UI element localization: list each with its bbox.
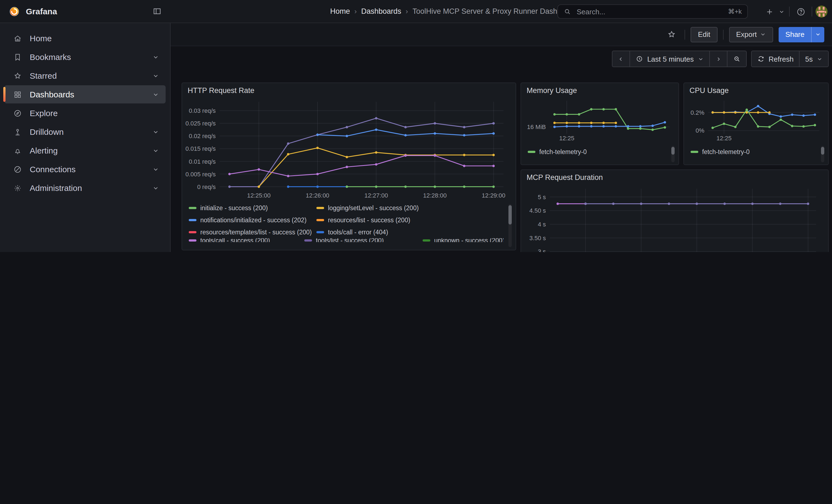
export-label: Export — [736, 30, 757, 38]
chevron-down-icon[interactable] — [152, 72, 159, 79]
breadcrumb-item[interactable]: Home — [330, 7, 350, 16]
legend-item[interactable]: unknown - success (200) — [423, 238, 503, 242]
share-button[interactable]: Share — [779, 27, 811, 42]
svg-text:0 req/s: 0 req/s — [197, 184, 216, 190]
breadcrumb-separator: › — [354, 7, 357, 16]
legend-label: resources/templates/list - success (200) — [200, 229, 312, 236]
chevron-down-icon[interactable] — [152, 129, 159, 135]
user-avatar[interactable] — [815, 5, 828, 18]
memory-usage-chart[interactable]: 16 MiB12:25 — [523, 97, 674, 142]
zoom-out-icon — [733, 55, 740, 63]
sidebar-item-label: Administration — [30, 183, 152, 192]
dock-menu-icon[interactable] — [149, 4, 164, 19]
search-shortcut: ⌘+k — [728, 8, 742, 16]
svg-text:0.015 req/s: 0.015 req/s — [185, 145, 216, 152]
legend-item[interactable]: logging/setLevel - success (200) — [316, 205, 419, 211]
legend-item[interactable]: tools/call - success (200) — [189, 238, 304, 242]
legend-item[interactable]: tools/call - error (404) — [316, 229, 388, 236]
chevron-down-icon[interactable] — [152, 54, 159, 60]
panel-title[interactable]: HTTP Request Rate — [188, 86, 255, 95]
legend-swatch — [189, 239, 197, 241]
svg-text:0.01 req/s: 0.01 req/s — [189, 158, 216, 165]
legend-label: resources/list - success (200) — [328, 217, 410, 223]
sidebar-item-starred[interactable]: Starred — [4, 67, 166, 85]
svg-text:4.50 s: 4.50 s — [529, 207, 546, 214]
chevron-down-icon[interactable] — [152, 147, 159, 154]
breadcrumb-separator: › — [406, 7, 408, 16]
legend-item[interactable]: resources/templates/list - success (200) — [189, 229, 316, 236]
legend-swatch — [189, 219, 197, 221]
chevron-left-icon — [618, 56, 624, 62]
legend-item[interactable]: initialize - success (200) — [189, 205, 316, 211]
refresh-interval-picker[interactable]: 5s — [800, 51, 829, 67]
sidebar-item-home[interactable]: Home — [4, 29, 166, 47]
breadcrumb-item[interactable]: Dashboards — [361, 7, 401, 16]
zoom-out-button[interactable] — [727, 51, 747, 67]
http-request-rate-chart[interactable]: 0.03 req/s0.025 req/s0.02 req/s0.015 req… — [185, 97, 510, 200]
grafana-app: Grafana Home›Dashboards›ToolHive MCP Ser… — [0, 0, 832, 252]
brand-name: Grafana — [26, 7, 57, 16]
dashboard-canvas: Last 5 minutes Refresh — [171, 46, 832, 252]
sidebar-item-administration[interactable]: Administration — [4, 179, 166, 197]
legend-swatch — [189, 231, 197, 233]
panel-http-request-rate: HTTP Request Rate 0.03 req/s0.025 req/s0… — [182, 82, 516, 250]
svg-text:12:25:00: 12:25:00 — [247, 192, 271, 199]
add-button[interactable] — [761, 4, 777, 19]
svg-text:12:26:00: 12:26:00 — [306, 192, 329, 199]
sidebar-item-alerting[interactable]: Alerting — [4, 141, 166, 160]
legend-item[interactable]: resources/list - success (200) — [316, 217, 410, 223]
sidebar-item-dashboards[interactable]: Dashboards — [4, 85, 166, 103]
time-back-button[interactable] — [612, 51, 630, 67]
panel-title[interactable]: Memory Usage — [527, 86, 577, 95]
legend-item[interactable]: notifications/initialized - success (202… — [189, 217, 316, 223]
legend-scrollbar[interactable] — [671, 146, 675, 162]
sidebar-item-bookmarks[interactable]: Bookmarks — [4, 48, 166, 66]
chevron-down-icon — [816, 56, 823, 62]
sidebar-item-label: Dashboards — [30, 90, 152, 99]
search-box[interactable]: ⌘+k — [557, 4, 748, 19]
refresh-button[interactable]: Refresh — [751, 51, 800, 67]
legend-item[interactable]: tools/list - success (200) — [304, 238, 423, 242]
panel-title[interactable]: CPU Usage — [690, 86, 729, 95]
svg-text:3.50 s: 3.50 s — [529, 235, 546, 242]
legend-row: notifications/initialized - success (202… — [189, 214, 503, 226]
search-input[interactable] — [576, 7, 724, 16]
legend-item[interactable]: fetch-telemetry-0 — [528, 149, 587, 155]
svg-text:12:28:00: 12:28:00 — [423, 192, 447, 199]
help-button[interactable] — [793, 4, 808, 19]
chevron-down-icon — [760, 31, 766, 37]
legend-scrollbar[interactable] — [509, 204, 512, 247]
legend-label: fetch-telemetry-0 — [539, 149, 587, 155]
time-forward-button[interactable] — [709, 51, 727, 67]
compass-icon — [13, 109, 22, 117]
svg-text:0.03 req/s: 0.03 req/s — [189, 107, 216, 114]
legend-swatch — [304, 239, 312, 241]
share-chevron-button[interactable] — [811, 27, 824, 42]
cpu-usage-chart[interactable]: 0.2%0%12:25 — [686, 97, 824, 142]
svg-text:12:27:00: 12:27:00 — [364, 192, 388, 199]
sidebar-item-label: Bookmarks — [30, 52, 152, 62]
edit-button[interactable]: Edit — [691, 27, 718, 42]
plug-icon — [13, 165, 22, 174]
chevron-down-icon[interactable] — [152, 91, 159, 98]
panel-cpu-usage: CPU Usage 0.2%0%12:25 fetch-telemetry-0 — [683, 82, 829, 165]
chevron-down-icon[interactable] — [152, 166, 159, 173]
svg-text:4 s: 4 s — [538, 221, 546, 228]
http-legend: initialize - success (200)logging/setLev… — [189, 202, 503, 247]
grafana-logo[interactable] — [8, 5, 20, 17]
sidebar-item-drilldown[interactable]: Drilldown — [4, 123, 166, 141]
legend-scrollbar[interactable] — [821, 146, 824, 162]
mcp-request-duration-chart[interactable]: 5 s4.50 s4 s3.50 s3 s2.50 s12:25:0012:26… — [524, 184, 823, 252]
sidebar-item-connections[interactable]: Connections — [4, 160, 166, 178]
legend-swatch — [316, 231, 324, 233]
time-range-picker[interactable]: Last 5 minutes — [630, 51, 709, 67]
sidebar-item-explore[interactable]: Explore — [4, 104, 166, 122]
legend-item[interactable]: fetch-telemetry-0 — [691, 149, 750, 155]
home-icon — [13, 34, 22, 43]
export-button[interactable]: Export — [729, 27, 773, 42]
chevron-down-icon[interactable] — [152, 185, 159, 191]
add-chevron-down-icon[interactable] — [777, 4, 786, 19]
panel-title[interactable]: MCP Request Duration — [527, 173, 603, 182]
favorite-star-button[interactable] — [664, 27, 679, 42]
legend-swatch — [528, 151, 536, 153]
